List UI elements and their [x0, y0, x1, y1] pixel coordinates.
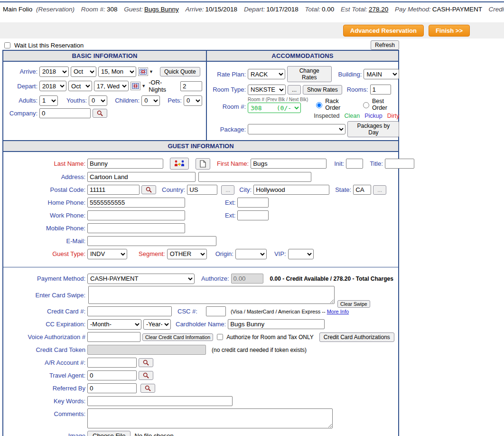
- document-icon: [200, 160, 206, 168]
- or-nights-label: -OR- Nights: [149, 79, 178, 93]
- first-name-input[interactable]: [251, 159, 327, 169]
- home-ext-input[interactable]: [237, 198, 269, 208]
- payment-method-select[interactable]: CASH-PAYMENT: [87, 274, 195, 284]
- postal-code-input[interactable]: [87, 185, 140, 195]
- state-input[interactable]: [353, 185, 371, 195]
- state-lookup-button[interactable]: ...: [373, 185, 386, 195]
- init-input[interactable]: [346, 159, 363, 169]
- title-input[interactable]: [385, 159, 414, 169]
- cc-exp-year-select[interactable]: -Year-: [143, 319, 171, 330]
- country-lookup-button[interactable]: ...: [221, 185, 234, 195]
- choose-file-button[interactable]: Choose File: [87, 431, 131, 436]
- change-rates-button[interactable]: Change Rates: [287, 66, 332, 82]
- cc-exp-month-select[interactable]: -Month-: [87, 319, 141, 330]
- referred-by-input[interactable]: [87, 383, 137, 393]
- guest-type-select[interactable]: INDV: [87, 249, 127, 259]
- youths-select[interactable]: 0: [89, 95, 107, 106]
- credit-card-authorizations-button[interactable]: Credit Card Authorizations: [319, 332, 394, 342]
- arrive-day-select[interactable]: 15, Mon: [98, 66, 136, 77]
- authorize-room-tax-checkbox[interactable]: [217, 334, 223, 340]
- segment-select[interactable]: OTHER: [167, 249, 207, 259]
- comments-textarea[interactable]: [87, 408, 333, 428]
- room-type-more-button[interactable]: ...: [288, 85, 301, 95]
- wait-list-label: Wait List this Reservation: [14, 42, 84, 49]
- work-ext-input[interactable]: [237, 210, 269, 220]
- depart-day-select[interactable]: 17, Wed: [94, 81, 129, 91]
- company-search-button[interactable]: [93, 109, 107, 118]
- wait-list-checkbox[interactable]: [4, 42, 10, 48]
- pets-select[interactable]: 0: [184, 95, 202, 106]
- room-type-label: Room Type:: [211, 86, 246, 93]
- accommodations-section: Rate Plan: RACK Change Rates Building: M…: [207, 62, 403, 140]
- origin-select[interactable]: [235, 249, 267, 259]
- children-select[interactable]: 0: [141, 95, 160, 106]
- vip-select[interactable]: [288, 249, 314, 259]
- address1-input[interactable]: [87, 172, 196, 182]
- rate-plan-select[interactable]: RACK: [248, 69, 285, 79]
- rack-order-radio[interactable]: [316, 102, 322, 108]
- country-label: Country:: [162, 186, 185, 193]
- token-note: (no credit card needed if token exists): [212, 347, 307, 353]
- email-input[interactable]: [87, 236, 216, 246]
- best-order-radio[interactable]: [363, 102, 369, 108]
- room-number-select[interactable]: 308 (0/-): [248, 103, 301, 113]
- more-info-link[interactable]: More Info: [327, 309, 349, 314]
- calendar-icon: [132, 83, 139, 89]
- guest-name-link[interactable]: Bugs Bunny: [144, 6, 179, 13]
- guest-lookup-button[interactable]: [170, 158, 189, 170]
- depart-year-select[interactable]: 2018: [39, 81, 66, 91]
- packages-by-day-button[interactable]: Packages by Day: [347, 121, 399, 137]
- arrive-year-select[interactable]: 2018: [39, 66, 69, 77]
- refresh-button[interactable]: Refresh: [371, 40, 399, 50]
- arrive-calendar-caret[interactable]: ▼: [149, 69, 153, 74]
- finish-top-button[interactable]: Finish >>: [429, 25, 470, 37]
- new-guest-button[interactable]: [196, 158, 210, 170]
- status-dirty: Dirty: [387, 113, 400, 119]
- cardholder-name-input[interactable]: [228, 319, 325, 329]
- company-input[interactable]: [39, 108, 91, 118]
- arrive-month-select[interactable]: Oct: [71, 66, 96, 77]
- csc-input[interactable]: [206, 306, 226, 316]
- advanced-reservation-button[interactable]: Advanced Reservation: [343, 25, 424, 37]
- segment-label: Segment:: [139, 250, 165, 257]
- pay-method-label: Pay Method:: [395, 6, 431, 13]
- last-name-input[interactable]: [87, 159, 163, 169]
- depart-month-select[interactable]: Oct: [68, 81, 92, 91]
- quick-quote-button[interactable]: Quick Quote: [160, 67, 200, 76]
- adults-label: Adults:: [7, 97, 37, 104]
- address2-input[interactable]: [198, 172, 311, 182]
- show-rates-button[interactable]: Show Rates: [303, 85, 342, 95]
- city-input[interactable]: [253, 185, 329, 195]
- work-phone-input[interactable]: [87, 210, 185, 220]
- package-select[interactable]: [248, 124, 345, 134]
- nights-input[interactable]: [180, 81, 202, 91]
- travel-agent-search-button[interactable]: [139, 371, 153, 380]
- home-phone-input[interactable]: [87, 198, 185, 208]
- search-icon: [143, 360, 149, 366]
- postal-search-button[interactable]: [141, 185, 156, 194]
- country-input[interactable]: [187, 185, 217, 195]
- ar-account-input[interactable]: [87, 358, 137, 368]
- card-swipe-textarea[interactable]: [88, 286, 335, 304]
- depart-calendar-caret[interactable]: ▼: [141, 84, 146, 88]
- depart-calendar-button[interactable]: [131, 82, 140, 90]
- referred-by-search-button[interactable]: [140, 384, 155, 393]
- credit-card-number-input[interactable]: [87, 306, 172, 316]
- voice-authorization-input[interactable]: [87, 332, 140, 342]
- travel-agent-input[interactable]: [87, 370, 137, 380]
- arrive-calendar-button[interactable]: [138, 67, 148, 76]
- room-type-select[interactable]: NSKSTE: [248, 85, 286, 95]
- clear-credit-card-info-button[interactable]: Clear Credit Card Information: [142, 333, 213, 341]
- clear-swipe-button[interactable]: Clear Swipe: [337, 300, 370, 308]
- travel-agent-label: Travel Agent:: [7, 372, 85, 379]
- waitlist-row: Wait List this Reservation Refresh: [2, 40, 399, 50]
- rooms-input[interactable]: [370, 85, 391, 95]
- last-name-label: Last Name:: [7, 160, 85, 167]
- mobile-phone-input[interactable]: [87, 223, 185, 233]
- building-select[interactable]: MAIN: [364, 69, 399, 79]
- adults-select[interactable]: 1: [39, 95, 58, 106]
- key-words-input[interactable]: [87, 396, 233, 406]
- ar-account-search-button[interactable]: [139, 358, 153, 367]
- est-total-link[interactable]: 278.20: [369, 6, 388, 13]
- card-swipe-label: Enter Card Swipe:: [7, 292, 85, 299]
